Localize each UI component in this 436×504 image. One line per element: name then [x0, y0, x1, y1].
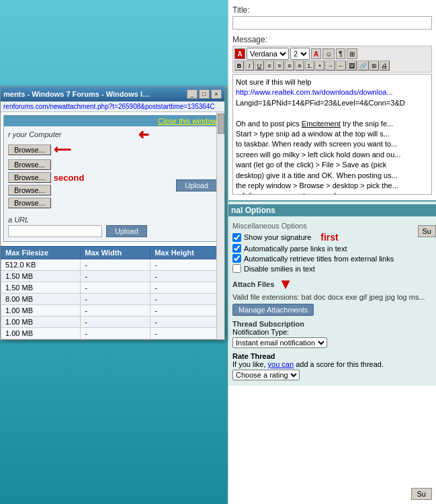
manage-attachments-btn[interactable]: Manage Attachments [232, 304, 314, 316]
align-center-btn[interactable]: ≡ [275, 60, 284, 71]
emoji-btn[interactable]: ☺ [322, 48, 335, 59]
url-label: a URL [8, 216, 217, 224]
red-arrow-annotation: ➜ [138, 126, 149, 142]
attach-arrow-icon: ▼ [278, 276, 293, 293]
browse-row-2: Browse... [8, 159, 176, 170]
url-section: a URL Upload [8, 216, 217, 237]
message-body: Oh and to post pics Emcitement try the s… [236, 120, 400, 195]
notification-select[interactable]: Instant email notification [232, 337, 327, 348]
browse-btn-3[interactable]: Browse... [8, 172, 51, 183]
red-arrow-icon: ⟵ [54, 142, 71, 157]
italic-btn[interactable]: I [245, 60, 254, 71]
right-panel: Title: Message: A Verdana 2 A ☺ ¶ ⊞ B I [228, 0, 436, 504]
font-select[interactable]: Verdana [247, 48, 289, 60]
message-area[interactable]: Not sure if this will help http://www.re… [232, 74, 432, 195]
browse-btn-4[interactable]: Browse... [8, 185, 51, 196]
notif-label: Notification Type: [232, 328, 432, 336]
message-line2: Langid=1&PNid=14&PFid=23&Level=4&Conn=3&… [236, 99, 405, 107]
browse-row-1: Browse... ⟵ [8, 142, 176, 157]
image-btn[interactable]: 🖼 [347, 60, 357, 71]
size-select[interactable]: 2 [290, 48, 310, 60]
checkbox-disable-smilies: Disable smilies in text [232, 264, 432, 273]
first-annotation: first [320, 232, 338, 243]
font-color-btn[interactable]: A [311, 48, 321, 59]
disable-smilies-checkbox[interactable] [232, 264, 241, 273]
title-label: Title: [232, 5, 432, 15]
col-header-width: Max Width [81, 247, 150, 259]
checkbox-signature: Show your signature first [232, 232, 432, 243]
align-left-btn[interactable]: ≡ [265, 60, 274, 71]
valid-ext: Valid file extensions: bat doc docx exe … [232, 293, 432, 301]
url-input[interactable] [8, 225, 102, 237]
col-header-height: Max Height [150, 247, 224, 259]
signature-label: Show your signature [244, 233, 311, 241]
editor-toolbar: A Verdana 2 A ☺ ¶ ⊞ B I U ≡ ≡ ≡ ≡ [232, 46, 432, 73]
attachment-window: ments - Windows 7 Forums - Windows Inter… [0, 86, 225, 340]
browse-row-3: Browse... second [8, 172, 176, 183]
close-window-link[interactable]: Close this window [158, 117, 217, 125]
additional-options: nal Options Miscellaneous Options Show y… [228, 200, 436, 386]
table-row: 1.00 MB - - [1, 328, 224, 339]
font-icon: A [234, 48, 245, 59]
table-row: 1.00 MB - - [1, 305, 224, 317]
address-bar: renforums.com/newattachment.php?t=265908… [1, 101, 224, 112]
upload-btn-files[interactable]: Upload [176, 179, 217, 192]
table-row: 512.0 KB - - [1, 259, 224, 271]
browse-btn-2[interactable]: Browse... [8, 159, 51, 170]
ordered-list-btn[interactable]: 1. [305, 60, 314, 71]
attach-files-label: Attach Files [232, 280, 274, 288]
rate-thread-text: If you like, you can add a score for thi… [232, 360, 432, 368]
misc-options-title: Miscellaneous Options [232, 222, 432, 230]
thread-subscription: Thread Subscription Notification Type: I… [232, 320, 432, 348]
scroll-thumb [218, 114, 224, 134]
add-options-title: nal Options [228, 204, 436, 216]
align-right-btn[interactable]: ≡ [285, 60, 294, 71]
parse-links-label: Automatically parse links in text [244, 245, 347, 253]
table-btn[interactable]: ⊞ [369, 60, 379, 71]
col-header-filesize: Max Filesize [1, 247, 81, 259]
rating-select[interactable]: Choose a rating [232, 370, 300, 380]
message-link[interactable]: http://www.realtek.com.tw/downloads/down… [236, 88, 393, 96]
print-btn[interactable]: 🖨 [380, 60, 390, 71]
table-row: 8.00 MB - - [1, 294, 224, 305]
message-line1: Not sure if this will help [236, 78, 312, 86]
upload-btn-url[interactable]: Upload [106, 225, 147, 237]
checkbox-retrieve-titles: Automatically retrieve titles from exter… [232, 254, 432, 263]
title-input[interactable] [232, 16, 432, 30]
submit-btn-bottom[interactable]: Su [411, 488, 432, 500]
from-computer-label: r your Computer [8, 130, 217, 138]
second-annotation: second [54, 173, 85, 183]
browse-btn-5[interactable]: Browse... [8, 198, 51, 208]
table-row: 1.00 MB - - [1, 317, 224, 328]
window-controls: _ □ × [187, 89, 222, 99]
checkbox-parse-links: Automatically parse links in text [232, 244, 432, 253]
attachment-table: Max Filesize Max Width Max Height 512.0 … [1, 246, 224, 339]
link-btn[interactable]: 🔗 [357, 60, 369, 71]
rate-thread-section: Rate Thread If you like, you can add a s… [232, 352, 432, 380]
table-row: 1.50 MB - - [1, 271, 224, 282]
message-label: Message: [232, 35, 432, 44]
outdent-btn[interactable]: ← [336, 60, 346, 71]
bold-btn[interactable]: B [234, 60, 244, 71]
signature-checkbox[interactable] [232, 233, 241, 242]
align-justify-btn[interactable]: ≡ [295, 60, 304, 71]
minimize-btn[interactable]: _ [187, 89, 198, 99]
indent-btn[interactable]: → [325, 60, 335, 71]
scrollbar[interactable] [216, 112, 224, 339]
retrieve-titles-checkbox[interactable] [232, 254, 241, 263]
unordered-list-btn[interactable]: • [315, 60, 324, 71]
parse-links-checkbox[interactable] [232, 244, 241, 253]
submit-btn-partial[interactable]: Su [418, 225, 436, 237]
browse-btn-1[interactable]: Browse... [8, 144, 51, 155]
rate-link[interactable]: you can [268, 360, 294, 368]
window-title: ments - Windows 7 Forums - Windows Inter… [3, 90, 151, 98]
retrieve-titles-label: Automatically retrieve titles from exter… [244, 255, 394, 263]
window-titlebar: ments - Windows 7 Forums - Windows Inter… [1, 87, 224, 101]
maximize-btn[interactable]: □ [199, 89, 210, 99]
browse-row-4: Browse... [8, 185, 176, 196]
close-btn[interactable]: × [211, 89, 222, 99]
misc-btn2[interactable]: ⊞ [347, 48, 357, 59]
misc-btn1[interactable]: ¶ [336, 48, 345, 59]
underline-btn[interactable]: U [255, 60, 264, 71]
browse-rows: Browse... ⟵ Browse... Browse... second [8, 142, 176, 210]
